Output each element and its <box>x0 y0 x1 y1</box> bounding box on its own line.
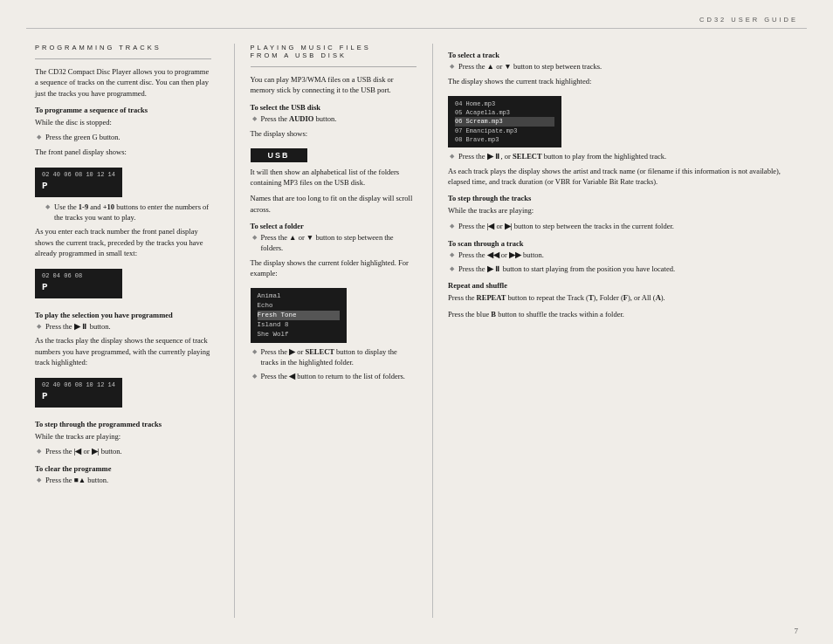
lcd-display-2: 02 04 06 08 P <box>35 269 122 298</box>
sub1-body2: As you enter each track number the front… <box>35 226 211 258</box>
usb-body: It will then show an alphabetical list o… <box>251 167 416 188</box>
to-step-tracks-heading: To step through the tracks <box>448 194 798 202</box>
bullet-diamond-6: ◆ <box>252 115 257 122</box>
sub1-use-item: ◆ Use the 1-9 and +10 buttons to enter t… <box>35 202 211 223</box>
lcd-display-1-top: 02 40 06 08 10 12 14 <box>42 171 115 180</box>
select-folder-bullet: ◆ Press the ▶ or SELECT button to displa… <box>251 347 416 368</box>
header-title: CD32 USER GUIDE <box>699 16 798 24</box>
shuffle-body: Press the blue B button to shuffle the t… <box>448 309 798 319</box>
page: CD32 USER GUIDE PROGRAMMING TRACKS The C… <box>0 0 833 644</box>
to-select-usb-bullet: ◆ Press the AUDIO button. <box>251 114 416 125</box>
play-track-text: Press the ▶⏸, or SELECT button to play f… <box>458 152 666 162</box>
to-select-track-heading: To select a track <box>448 51 798 59</box>
play-track-bullet: ◆ Press the ▶⏸, or SELECT button to play… <box>448 152 798 162</box>
display-shows-label: The display shows: <box>251 128 416 139</box>
playing-usb-intro: You can play MP3/WMA files on a USB disk… <box>251 74 416 96</box>
display-current-text: The display shows the current track high… <box>448 76 798 86</box>
vertical-divider-1 <box>234 44 235 618</box>
repeat-body: Press the REPEAT button to repeat the Tr… <box>448 292 798 303</box>
bullet-diamond-2: ◆ <box>45 203 50 210</box>
bullet-diamond-7: ◆ <box>252 234 257 241</box>
sub1-use-text: Use the 1-9 and +10 buttons to enter the… <box>54 202 211 223</box>
playing-usb-title: PLAYING MUSIC FILES FROM A USB DISK <box>251 44 416 59</box>
folder-item-5: She Wolf <box>258 331 289 338</box>
to-step-heading: To step through the programmed tracks <box>35 420 211 428</box>
folder-item-1: Animal <box>258 292 281 299</box>
lcd-folder-display: Animal Echo Fresh Tone Island 8 She Wolf <box>251 288 347 342</box>
bullet-diamond-11: ◆ <box>450 153 454 160</box>
artist-body: As each track plays the display shows th… <box>448 166 798 188</box>
bullet-diamond-12: ◆ <box>450 223 454 230</box>
folder-item-2: Echo <box>258 302 273 309</box>
programming-tracks-column: PROGRAMMING TRACKS The CD32 Compact Disc… <box>35 44 227 618</box>
track-item-1: 04 Home.mp3 <box>455 100 495 107</box>
bullet-diamond-14: ◆ <box>450 265 454 272</box>
to-clear-heading: To clear the programme <box>35 464 211 473</box>
bullet-diamond-8: ◆ <box>252 348 257 355</box>
track-item-5: 08 Brave.mp3 <box>455 136 499 143</box>
to-step-bullet-text: Press the |◀ or ▶| button. <box>45 447 122 457</box>
sub1-bullet1-text: Press the green G button. <box>45 133 120 143</box>
sub1-bullet1-item: ◆ Press the green G button. <box>35 133 211 143</box>
to-step-bullet-item: ◆ Press the |◀ or ▶| button. <box>35 447 211 457</box>
lcd-display-2-top: 02 04 06 08 <box>42 272 115 281</box>
to-play-body: As the tracks play the display shows the… <box>35 335 211 367</box>
to-scan-bullet1: ◆ Press the ◀◀ or ▶▶ button. <box>448 250 798 261</box>
lcd-display-3: 02 40 06 08 10 12 14 P <box>35 378 122 407</box>
names-body: Names that are too long to fit on the di… <box>251 193 416 215</box>
to-folder-bullet: ◆ Press the ▲ or ▼ button to step betwee… <box>251 233 416 254</box>
lcd-display-3-top: 02 40 06 08 10 12 14 <box>42 381 115 390</box>
repeat-heading: Repeat and shuffle <box>448 281 798 290</box>
bullet-diamond-4: ◆ <box>37 448 41 455</box>
to-clear-bullet-text: Press the ■▲ button. <box>45 476 108 486</box>
folder-item-3: Fresh Tone <box>258 311 340 320</box>
to-select-usb-text: Press the AUDIO button. <box>261 114 337 125</box>
folder-item-4: Island 8 <box>258 321 289 328</box>
to-scan-text2: Press the ▶⏸ button to start playing fro… <box>458 264 675 275</box>
return-text: Press the ◀ button to return to the list… <box>261 372 405 382</box>
main-content: PROGRAMMING TRACKS The CD32 Compact Disc… <box>35 44 798 618</box>
track-item-3-highlight: 06 Scream.mp3 <box>455 117 554 126</box>
header-line <box>26 28 807 29</box>
to-play-bullet-text: Press the ▶⏸ button. <box>45 322 111 332</box>
to-select-usb-heading: To select the USB disk <box>251 103 416 112</box>
bullet-diamond-3: ◆ <box>37 323 41 330</box>
to-select-track-bullet: ◆ Press the ▲ or ▼ button to step betwee… <box>448 62 798 72</box>
lcd-usb-display: USB <box>251 148 307 162</box>
to-play-bullet-item: ◆ Press the ▶⏸ button. <box>35 322 211 332</box>
bullet-diamond-9: ◆ <box>252 373 257 380</box>
to-scan-text1: Press the ◀◀ or ▶▶ button. <box>458 250 544 261</box>
sub1-heading: To programme a sequence of tracks <box>35 106 211 114</box>
front-panel-shows: The front panel display shows: <box>35 147 211 157</box>
to-step-intro: While the tracks are playing: <box>35 431 211 442</box>
to-step-tracks-intro: While the tracks are playing: <box>448 205 798 216</box>
track-item-2: 05 Acapella.mp3 <box>455 109 510 116</box>
return-bullet: ◆ Press the ◀ button to return to the li… <box>251 372 416 382</box>
folder-display-body: The display shows the current folder hig… <box>251 257 416 279</box>
lcd-tracks-display: 04 Home.mp3 05 Acapella.mp3 06 Scream.mp… <box>448 96 561 147</box>
bullet-diamond-13: ◆ <box>450 251 454 258</box>
track-item-4: 07 Emancipate.mp3 <box>455 127 517 134</box>
programming-intro: The CD32 Compact Disc Player allows you … <box>35 66 211 99</box>
vertical-divider-2 <box>432 44 433 618</box>
lcd-display-1-main: P <box>42 180 115 193</box>
playing-usb-column: PLAYING MUSIC FILES FROM A USB DISK You … <box>242 44 425 618</box>
bullet-diamond-1: ◆ <box>37 134 41 140</box>
to-clear-bullet-item: ◆ Press the ■▲ button. <box>35 476 211 486</box>
to-folder-heading: To select a folder <box>251 222 416 230</box>
to-folder-text: Press the ▲ or ▼ button to step between … <box>261 233 416 254</box>
to-scan-bullet2: ◆ Press the ▶⏸ button to start playing f… <box>448 264 798 275</box>
lcd-display-1: 02 40 06 08 10 12 14 P <box>35 168 122 196</box>
to-select-track-text: Press the ▲ or ▼ button to step between … <box>458 62 602 72</box>
programming-title: PROGRAMMING TRACKS <box>35 44 211 51</box>
lcd-display-3-main: P <box>42 390 115 403</box>
select-folder-text: Press the ▶ or SELECT button to display … <box>261 347 416 368</box>
lcd-display-2-main: P <box>42 281 115 294</box>
page-number: 7 <box>795 627 799 635</box>
to-play-heading: To play the selection you have programme… <box>35 311 211 319</box>
right-column: To select a track ◆ Press the ▲ or ▼ but… <box>439 44 798 618</box>
to-scan-heading: To scan through a track <box>448 239 798 248</box>
bullet-diamond-10: ◆ <box>450 63 454 70</box>
bullet-diamond-5: ◆ <box>37 476 41 483</box>
sub1-intro: While the disc is stopped: <box>35 117 211 127</box>
